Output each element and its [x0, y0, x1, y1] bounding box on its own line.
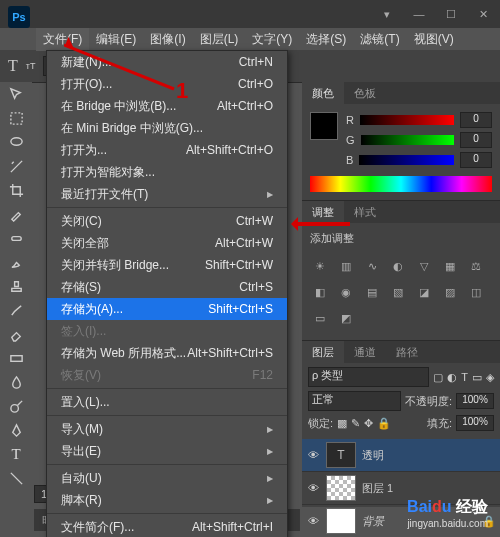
gradient-map-icon[interactable]: ▭ [310, 308, 330, 328]
heal-tool[interactable] [0, 226, 32, 250]
app-icon: Ps [8, 6, 30, 28]
spectrum-strip[interactable] [310, 176, 492, 192]
posterize-icon[interactable]: ▨ [440, 282, 460, 302]
exposure-icon[interactable]: ◐ [388, 256, 408, 276]
eyedropper-tool[interactable] [0, 202, 32, 226]
menu-filter[interactable]: 滤镜(T) [353, 28, 406, 51]
filter-image-icon[interactable]: ▢ [433, 371, 443, 384]
menu-item-11[interactable]: 存储(S)Ctrl+S [47, 276, 287, 298]
layer-row-0[interactable]: 👁T透明 [302, 439, 500, 472]
menu-item-9[interactable]: 关闭全部Alt+Ctrl+W [47, 232, 287, 254]
visibility-icon[interactable]: 👁 [306, 449, 320, 461]
menu-item-10[interactable]: 关闭并转到 Bridge...Shift+Ctrl+W [47, 254, 287, 276]
fill-value[interactable]: 100% [456, 415, 494, 431]
lock-paint-icon[interactable]: ✎ [351, 417, 360, 430]
menu-item-4[interactable]: 打开为...Alt+Shift+Ctrl+O [47, 139, 287, 161]
menu-view[interactable]: 视图(V) [407, 28, 461, 51]
tab-layers[interactable]: 图层 [302, 341, 344, 363]
menu-file[interactable]: 文件(F) [36, 28, 89, 51]
menu-item-22[interactable]: 自动(U) [47, 467, 287, 489]
lock-all-icon[interactable]: 🔒 [377, 417, 391, 430]
gradient-tool[interactable] [0, 346, 32, 370]
balance-icon[interactable]: ⚖ [466, 256, 486, 276]
crop-tool[interactable] [0, 178, 32, 202]
layer-filter-select[interactable]: ρ 类型 [308, 367, 429, 387]
lock-trans-icon[interactable]: ▩ [337, 417, 347, 430]
blur-tool[interactable] [0, 370, 32, 394]
menu-item-25[interactable]: 文件简介(F)...Alt+Shift+Ctrl+I [47, 516, 287, 537]
type-tool[interactable]: T [0, 442, 32, 466]
menu-item-3[interactable]: 在 Mini Bridge 中浏览(G)... [47, 117, 287, 139]
font-size-icon: тT [26, 61, 36, 71]
tab-styles[interactable]: 样式 [344, 201, 386, 223]
b-slider[interactable] [359, 155, 454, 165]
lasso-tool[interactable] [0, 130, 32, 154]
history-brush-tool[interactable] [0, 298, 32, 322]
stamp-tool[interactable] [0, 274, 32, 298]
bw-icon[interactable]: ◧ [310, 282, 330, 302]
mixer-icon[interactable]: ▤ [362, 282, 382, 302]
filter-smart-icon[interactable]: ◈ [486, 371, 494, 384]
lock-pos-icon[interactable]: ✥ [364, 417, 373, 430]
marquee-tool[interactable] [0, 106, 32, 130]
menu-image[interactable]: 图像(I) [143, 28, 192, 51]
menu-item-19[interactable]: 导入(M) [47, 418, 287, 440]
move-tool[interactable] [0, 82, 32, 106]
svg-rect-3 [10, 355, 21, 361]
photo-filter-icon[interactable]: ◉ [336, 282, 356, 302]
menu-item-12[interactable]: 存储为(A)...Shift+Ctrl+S [47, 298, 287, 320]
eraser-tool[interactable] [0, 322, 32, 346]
wand-tool[interactable] [0, 154, 32, 178]
g-slider[interactable] [361, 135, 454, 145]
menu-layer[interactable]: 图层(L) [193, 28, 246, 51]
opacity-value[interactable]: 100% [456, 393, 494, 409]
brush-tool[interactable] [0, 250, 32, 274]
menu-type[interactable]: 文字(Y) [245, 28, 299, 51]
blend-mode-select[interactable]: 正常 [308, 391, 401, 411]
b-value[interactable]: 0 [460, 152, 492, 168]
curves-icon[interactable]: ∿ [362, 256, 382, 276]
menu-select[interactable]: 选择(S) [299, 28, 353, 51]
menu-edit[interactable]: 编辑(E) [89, 28, 143, 51]
menu-item-14[interactable]: 存储为 Web 所用格式...Alt+Shift+Ctrl+S [47, 342, 287, 364]
menu-item-8[interactable]: 关闭(C)Ctrl+W [47, 210, 287, 232]
hue-icon[interactable]: ▦ [440, 256, 460, 276]
invert-icon[interactable]: ◪ [414, 282, 434, 302]
vibrance-icon[interactable]: ▽ [414, 256, 434, 276]
menu-item-2[interactable]: 在 Bridge 中浏览(B)...Alt+Ctrl+O [47, 95, 287, 117]
r-value[interactable]: 0 [460, 112, 492, 128]
menu-item-0[interactable]: 新建(N)...Ctrl+N [47, 51, 287, 73]
foreground-swatch[interactable] [310, 112, 338, 140]
maximize-button[interactable]: ☐ [438, 5, 464, 23]
threshold-icon[interactable]: ◫ [466, 282, 486, 302]
pen-tool[interactable] [0, 418, 32, 442]
path-tool[interactable] [0, 466, 32, 490]
menu-item-20[interactable]: 导出(E) [47, 440, 287, 462]
visibility-icon[interactable]: 👁 [306, 515, 320, 527]
dodge-tool[interactable] [0, 394, 32, 418]
tab-color[interactable]: 颜色 [302, 82, 344, 104]
svg-rect-0 [10, 112, 21, 123]
brightness-icon[interactable]: ☀ [310, 256, 330, 276]
menu-item-5[interactable]: 打开为智能对象... [47, 161, 287, 183]
filter-adj-icon[interactable]: ◐ [447, 371, 457, 384]
minimize-button[interactable]: — [406, 5, 432, 23]
tab-paths[interactable]: 路径 [386, 341, 428, 363]
filter-shape-icon[interactable]: ▭ [472, 371, 482, 384]
tab-adjustments[interactable]: 调整 [302, 201, 344, 223]
selective-icon[interactable]: ◩ [336, 308, 356, 328]
tab-channels[interactable]: 通道 [344, 341, 386, 363]
visibility-icon[interactable]: 👁 [306, 482, 320, 494]
r-slider[interactable] [360, 115, 454, 125]
window-dropdown-button[interactable]: ▾ [374, 5, 400, 23]
tab-swatches[interactable]: 色板 [344, 82, 386, 104]
menu-item-6[interactable]: 最近打开文件(T) [47, 183, 287, 205]
levels-icon[interactable]: ▥ [336, 256, 356, 276]
lookup-icon[interactable]: ▧ [388, 282, 408, 302]
close-button[interactable]: ✕ [470, 5, 496, 23]
g-value[interactable]: 0 [460, 132, 492, 148]
menu-item-23[interactable]: 脚本(R) [47, 489, 287, 511]
menu-item-17[interactable]: 置入(L)... [47, 391, 287, 413]
filter-text-icon[interactable]: T [461, 371, 468, 383]
menu-item-1[interactable]: 打开(O)...Ctrl+O [47, 73, 287, 95]
